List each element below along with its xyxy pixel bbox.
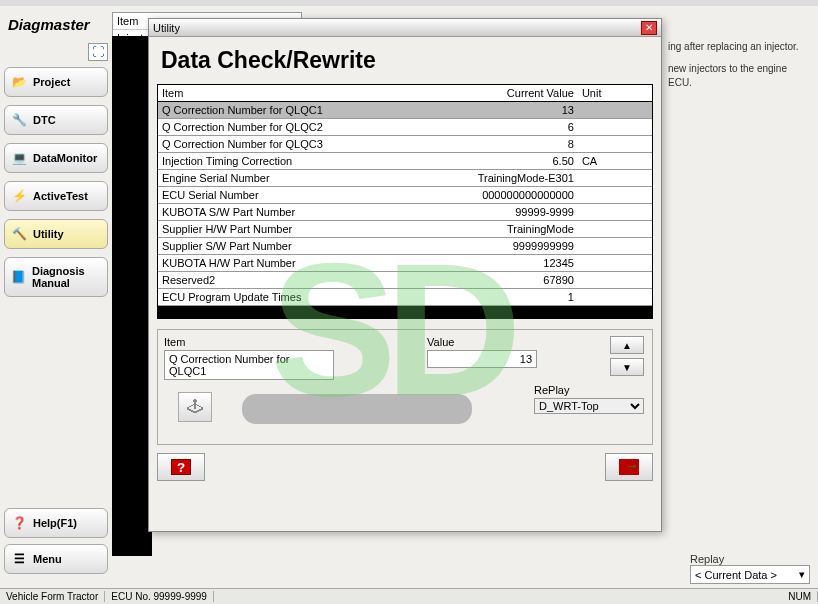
chevron-down-icon: ▾ xyxy=(799,568,805,581)
menu-button[interactable]: ☰Menu xyxy=(4,544,108,574)
dialog-titlebar[interactable]: Utility ✕ xyxy=(149,19,661,37)
wrench-icon: 🔧 xyxy=(11,113,27,127)
close-button[interactable]: ✕ xyxy=(641,21,657,35)
bolt-icon: ⚡ xyxy=(11,189,27,203)
dialog-exit-button[interactable] xyxy=(605,453,653,481)
col-value: Current Value xyxy=(430,85,578,102)
table-row[interactable]: Q Correction Number for QLQC38 xyxy=(158,136,652,153)
table-row[interactable]: Reserved267890 xyxy=(158,272,652,289)
up-button[interactable]: ▲ xyxy=(610,336,644,354)
table-row[interactable]: Engine Serial NumberTrainingMode-E301 xyxy=(158,170,652,187)
replay-label: RePlay xyxy=(534,384,644,396)
table-row[interactable]: Supplier S/W Part Number9999999999 xyxy=(158,238,652,255)
statusbar: Vehicle Form Tractor ECU No. 99999-9999 … xyxy=(0,588,818,604)
item-field[interactable]: Q Correction Number for QLQC1 xyxy=(164,350,334,380)
col-item: Item xyxy=(158,85,430,102)
table-row[interactable]: ECU Serial Number000000000000000 xyxy=(158,187,652,204)
replay-select[interactable]: D_WRT-Top xyxy=(534,398,644,414)
status-num: NUM xyxy=(782,591,818,602)
value-field[interactable]: 13 xyxy=(427,350,537,368)
exit-icon xyxy=(619,459,639,475)
joystick-icon: 🕹 xyxy=(178,392,212,422)
help-icon: ❓ xyxy=(11,516,27,530)
replay-panel: Replay < Current Data >▾ xyxy=(690,553,810,584)
table-row[interactable]: KUBOTA H/W Part Number12345 xyxy=(158,255,652,272)
nav-activetest[interactable]: ⚡ActiveTest xyxy=(4,181,108,211)
dialog-title: Utility xyxy=(153,22,180,34)
item-label: Item xyxy=(164,336,334,348)
monitor-icon: 💻 xyxy=(11,151,27,165)
utility-dialog: Utility ✕ Data Check/Rewrite Item Curren… xyxy=(148,18,662,532)
sidebar: Diagmaster ⛶ 📂Project 🔧DTC 💻DataMonitor … xyxy=(0,6,112,584)
dialog-header: Data Check/Rewrite xyxy=(149,37,661,80)
down-button[interactable]: ▼ xyxy=(610,358,644,376)
status-vehicle: Vehicle Form Tractor xyxy=(0,591,105,602)
nav-diagnosis-manual[interactable]: 📘Diagnosis Manual xyxy=(4,257,108,297)
nav-datamonitor[interactable]: 💻DataMonitor xyxy=(4,143,108,173)
book-icon: 📘 xyxy=(11,270,26,284)
table-row[interactable]: ECU Program Update Times1 xyxy=(158,289,652,306)
col-unit: Unit xyxy=(578,85,652,102)
notes-text: ing after replacing an injector. new inj… xyxy=(668,40,808,90)
replay-label: Replay xyxy=(690,553,810,565)
table-row[interactable]: Injection Timing Correction6.50CA xyxy=(158,153,652,170)
replay-value[interactable]: < Current Data >▾ xyxy=(690,565,810,584)
folder-icon: 📂 xyxy=(11,75,27,89)
data-table: Item Current Value Unit Q Correction Num… xyxy=(157,84,653,319)
table-row[interactable]: Q Correction Number for QLQC26 xyxy=(158,119,652,136)
table-row[interactable]: KUBOTA S/W Part Number99999-9999 xyxy=(158,204,652,221)
joystick-button[interactable]: 🕹 xyxy=(178,392,212,422)
edit-panel: Item Q Correction Number for QLQC1 Value… xyxy=(157,329,653,445)
nav-utility[interactable]: 🔨Utility xyxy=(4,219,108,249)
help-button[interactable]: ❓Help(F1) xyxy=(4,508,108,538)
table-row[interactable]: Supplier H/W Part NumberTrainingMode xyxy=(158,221,652,238)
table-row[interactable]: Q Correction Number for QLQC113 xyxy=(158,102,652,119)
tool-icon: 🔨 xyxy=(11,227,27,241)
nav-project[interactable]: 📂Project xyxy=(4,67,108,97)
nav-dtc[interactable]: 🔧DTC xyxy=(4,105,108,135)
fit-screen-icon[interactable]: ⛶ xyxy=(88,43,108,61)
dialog-help-button[interactable]: ? xyxy=(157,453,205,481)
value-label: Value xyxy=(427,336,537,348)
status-ecu: ECU No. 99999-9999 xyxy=(105,591,214,602)
help-icon: ? xyxy=(171,459,191,475)
redacted-area xyxy=(242,394,472,424)
menu-icon: ☰ xyxy=(11,552,27,566)
app-logo: Diagmaster xyxy=(4,10,108,43)
preview-block xyxy=(112,36,152,556)
